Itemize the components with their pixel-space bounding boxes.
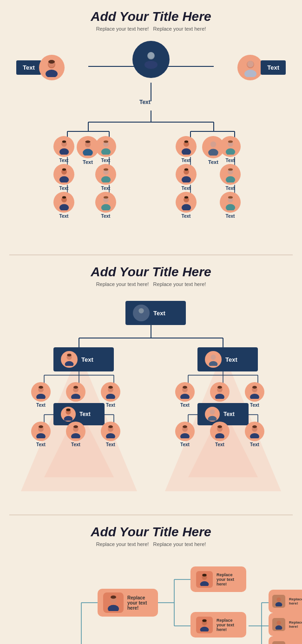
svg-point-171 [111,595,116,598]
svg-point-64 [225,148,235,155]
left-pill: Text [16,55,65,80]
svg-point-112 [73,386,78,389]
svg-point-105 [210,355,216,360]
s2-rsl2: Text [210,422,230,447]
svg-point-33 [85,141,91,143]
s2-left: Text [53,347,114,371]
svg-point-101 [137,315,146,319]
svg-point-170 [108,605,119,611]
section1-title: Add Your Title Here [5,9,297,24]
s2-lsl1: Text [31,422,51,447]
svg-point-136 [252,386,257,389]
svg-point-53 [103,196,108,198]
section1: Add Your Title Here Replace your text he… [0,0,302,254]
svg-point-114 [106,394,115,399]
svg-point-67 [225,176,235,182]
svg-point-37 [59,148,68,155]
s3-m1: Replace your text here! [98,589,158,617]
lm1-node: Text [95,136,116,163]
svg-point-138 [208,416,217,421]
rl1-node: Text [176,136,197,163]
svg-point-143 [215,433,224,438]
svg-point-140 [180,433,190,438]
svg-point-123 [71,433,80,438]
svg-point-103 [65,361,74,366]
root-label: Text [139,99,151,105]
svg-point-65 [228,140,232,143]
svg-point-32 [83,149,93,156]
svg-point-120 [36,433,46,438]
svg-point-59 [184,168,188,170]
svg-point-41 [62,168,66,170]
svg-point-47 [103,140,108,143]
svg-point-58 [181,176,190,182]
svg-point-193 [276,602,282,606]
lm2-node: Text [95,164,116,191]
s2-lsl3: Text [101,422,120,447]
svg-point-24 [48,60,55,64]
svg-point-38 [62,140,66,143]
s3-m1r2c1: Replace your text here! [269,590,302,613]
section2: Add Your Title Here Replace your text he… [0,255,302,514]
svg-point-181 [200,626,209,631]
svg-point-27 [247,61,254,67]
svg-point-129 [180,394,190,399]
svg-point-52 [101,204,110,210]
svg-point-178 [200,581,209,585]
s2-root: Text [125,301,186,325]
svg-point-44 [62,196,66,198]
svg-point-62 [184,196,188,198]
svg-point-109 [39,386,43,389]
svg-point-133 [217,386,222,389]
svg-point-71 [228,196,232,198]
svg-point-192 [276,598,281,602]
ll2-node: Text [53,164,74,191]
org3-chart: Replace your text here! Replace your tex… [7,556,295,644]
svg-point-132 [215,394,224,399]
svg-point-127 [108,425,113,428]
svg-point-179 [202,573,206,576]
svg-point-130 [183,386,187,389]
svg-point-137 [210,410,215,415]
s3-m1r2: Replace your text here! [190,612,246,637]
svg-point-35 [208,149,218,156]
section1-subtitle: Replace your text here! Replace your tex… [5,26,297,32]
ll3-node: Text [53,192,74,219]
svg-point-118 [66,409,70,411]
svg-point-135 [250,394,259,399]
root-node [132,41,170,78]
svg-point-29 [144,61,158,69]
rm1-node: Text [220,136,241,163]
section3-subtitle: Replace your text here! Replace your tex… [5,541,297,547]
svg-point-194 [276,621,281,625]
svg-point-100 [138,308,144,313]
svg-point-55 [181,148,190,155]
s2-rsl1: Text [175,422,195,447]
svg-point-195 [276,625,282,630]
s2-right: Text [197,347,258,371]
svg-point-106 [209,361,218,366]
s3-m1r2c3: Replace your text here! [269,636,302,644]
ll1-node: Text [53,136,74,163]
svg-point-43 [59,204,68,210]
rm2-node: Text [220,164,241,191]
svg-point-108 [36,394,46,399]
s2-rl1: Text [175,382,195,408]
section2-title: Add Your Title Here [5,265,297,280]
svg-point-111 [71,394,80,399]
svg-point-56 [184,140,188,143]
svg-point-70 [225,204,235,210]
svg-point-26 [244,70,256,77]
svg-point-117 [64,416,73,421]
section2-subtitle: Replace your text here! Replace your tex… [5,281,297,287]
svg-point-34 [210,141,217,147]
lm3-node: Text [95,192,116,219]
svg-point-40 [59,176,68,182]
right-pill: Text [237,55,286,80]
svg-point-126 [106,433,115,438]
svg-point-22 [46,70,58,77]
svg-point-104 [67,354,71,357]
org1-chart: Text Text [7,41,295,241]
svg-point-141 [183,425,187,428]
svg-point-121 [39,425,43,428]
